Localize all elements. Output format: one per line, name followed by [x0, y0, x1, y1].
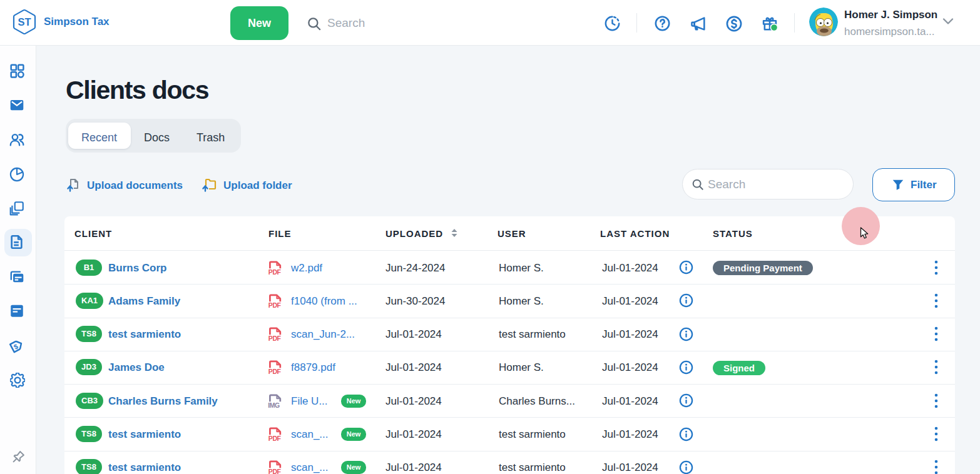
svg-text:ST: ST	[18, 16, 31, 28]
svg-text:PDF: PDF	[268, 335, 282, 341]
svg-text:PDF: PDF	[268, 435, 282, 441]
svg-text:PDF: PDF	[268, 368, 282, 375]
svg-text:PDF: PDF	[268, 468, 282, 474]
svg-text:IMG: IMG	[268, 401, 280, 408]
svg-text:PDF: PDF	[268, 268, 282, 275]
svg-text:PDF: PDF	[268, 301, 282, 308]
